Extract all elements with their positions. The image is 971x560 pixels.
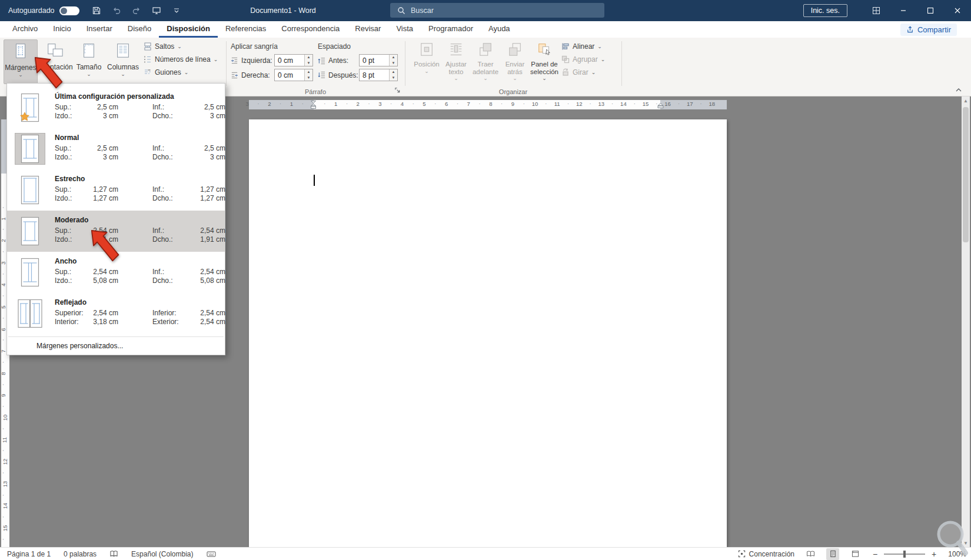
tab-referencias[interactable]: Referencias (218, 21, 274, 38)
qat-customize-icon[interactable] (168, 2, 185, 19)
zoom-slider-thumb[interactable] (903, 551, 906, 558)
numeros-de-linea-button[interactable]: Números de línea⌄ (141, 53, 220, 65)
view-web-icon[interactable] (849, 548, 862, 560)
tab-vista[interactable]: Vista (388, 21, 421, 38)
spin-up-button[interactable]: ▲ (390, 55, 397, 61)
view-read-icon[interactable] (804, 548, 817, 560)
guiones-button[interactable]: Guiones⌄ (141, 66, 191, 78)
spin-up-button[interactable]: ▲ (305, 55, 312, 61)
tab-inicio[interactable]: Inicio (45, 21, 78, 38)
tab-ayuda[interactable]: Ayuda (481, 21, 518, 38)
button-label: Números de línea (155, 55, 211, 64)
ruler-number: 12 (576, 101, 583, 107)
save-icon[interactable] (88, 2, 105, 19)
spin-up-button[interactable]: ▲ (305, 69, 312, 75)
tamano-button[interactable]: Tamaño⌄ (72, 39, 106, 84)
collapse-ribbon-icon[interactable] (953, 86, 964, 94)
tab-insertar[interactable]: Insertar (79, 21, 120, 38)
izquierda-field: Izquierda:0 cm▲▼ (231, 54, 316, 67)
minimize-button[interactable] (890, 0, 917, 21)
language-indicator[interactable]: Español (Colombia) (131, 550, 193, 558)
margins-preset-normal[interactable]: NormalSup.:2,5 cmInf.:2,5 cmIzdo.:3 cmDc… (7, 128, 225, 169)
share-button[interactable]: Compartir (900, 24, 957, 36)
button-label: Girar (573, 68, 588, 76)
spinner: ▲▼ (389, 69, 397, 81)
signin-button[interactable]: Inic. ses. (803, 4, 847, 17)
tab-archivo[interactable]: Archivo (5, 21, 45, 38)
view-print-icon[interactable] (826, 548, 839, 560)
spin-up-button[interactable]: ▲ (390, 69, 397, 75)
ruler-tick: · (368, 101, 370, 106)
margin-value: 2,5 cm (88, 103, 118, 112)
red-arrow-moderado-pointer (88, 227, 122, 265)
margin-label: Dcho.: (152, 194, 190, 203)
field-label: Derecha: (241, 71, 270, 79)
close-button[interactable] (944, 0, 971, 21)
tab-programador[interactable]: Programador (421, 21, 481, 38)
tab-disposicion[interactable]: Disposición (159, 21, 218, 38)
margins-preset-name: Reflejado (55, 298, 225, 306)
maximize-button[interactable] (917, 0, 944, 21)
saltos-button[interactable]: Saltos⌄ (141, 40, 184, 52)
margins-menu-items: Última configuración personalizadaSup.:2… (7, 87, 225, 334)
margins-preset-ultima-configuracion-personalizada[interactable]: Última configuración personalizadaSup.:2… (7, 87, 225, 128)
traer-adelante-button: Traer adelante⌄ (472, 39, 499, 84)
spin-down-button[interactable]: ▼ (305, 75, 312, 81)
scroll-up-icon[interactable]: ▲ (962, 96, 970, 105)
vertical-scrollbar[interactable]: ▲ ▼ (962, 96, 970, 547)
button-label: Agrupar (573, 55, 598, 64)
chevron-down-icon: ⌄ (424, 68, 429, 74)
keyboard-icon[interactable] (207, 551, 216, 558)
ruler-tick: · (346, 101, 348, 106)
ruler-tick: · (280, 101, 281, 106)
scrollbar-thumb[interactable] (963, 107, 969, 242)
tab-revisar[interactable]: Revisar (347, 21, 388, 38)
left-indent-marker[interactable] (310, 101, 317, 109)
zoom-slider[interactable] (884, 554, 925, 555)
chevron-down-icon: ⌄ (513, 75, 517, 81)
search-box[interactable]: Buscar (390, 3, 604, 18)
alinear-button[interactable]: Alinear⌄ (559, 40, 604, 52)
derecha-input[interactable]: 0 cm▲▼ (274, 69, 313, 81)
spin-down-button[interactable]: ▼ (305, 61, 312, 66)
margins-preset-icon (15, 216, 45, 246)
word-count[interactable]: 0 palabras (64, 550, 97, 558)
page-indicator[interactable]: Página 1 de 1 (7, 550, 51, 558)
antes-icon (318, 56, 325, 65)
izquierda-input[interactable]: 0 cm▲▼ (274, 54, 313, 66)
dialog-launcher-icon[interactable] (393, 86, 401, 94)
margin-label: Inf.: (152, 226, 190, 235)
despues-input[interactable]: 8 pt▲▼ (359, 69, 398, 81)
group-organizar: Posición⌄Ajustar texto⌄Traer adelante⌄En… (405, 38, 621, 96)
ruler-tick: · (0, 538, 6, 540)
focus-mode-button[interactable]: Concentración (738, 550, 794, 558)
margins-preset-name: Última configuración personalizada (55, 92, 225, 101)
button-label: Enviar atrás (501, 61, 528, 75)
apps-icon[interactable] (863, 0, 890, 21)
proofing-icon[interactable] (109, 550, 118, 558)
search-placeholder: Buscar (411, 6, 434, 15)
zoom-out-icon[interactable]: − (871, 549, 879, 559)
margins-preset-reflejado[interactable]: ReflejadoSuperior:2,54 cmInferior:2,54 c… (7, 293, 225, 334)
red-arrow-margins-pointer (32, 54, 66, 92)
antes-input[interactable]: 0 pt▲▼ (359, 54, 398, 66)
chevron-down-icon: ⌄ (542, 75, 547, 81)
spin-down-button[interactable]: ▼ (390, 61, 397, 66)
tab-correspondencia[interactable]: Correspondencia (274, 21, 347, 38)
screen-icon[interactable] (148, 2, 165, 19)
guiones-icon (144, 68, 152, 76)
redo-icon[interactable] (128, 2, 145, 19)
columnas-button[interactable]: Columnas⌄ (106, 39, 140, 84)
right-indent-marker[interactable] (657, 103, 664, 109)
despues-field: Después:8 pt▲▼ (318, 69, 403, 82)
tab-diseno[interactable]: Diseño (120, 21, 159, 38)
custom-margins-item[interactable]: Márgenes personalizados... (7, 337, 225, 355)
undo-icon[interactable] (108, 2, 125, 19)
autosave-toggle[interactable] (59, 6, 79, 15)
document-page[interactable] (249, 119, 727, 547)
panel-de-seleccion-button[interactable]: Panel de selección⌄ (531, 39, 558, 84)
margins-preset-estrecho[interactable]: EstrechoSup.:1,27 cmInf.:1,27 cmIzdo.:1,… (7, 169, 225, 211)
margin-value: 1,27 cm (88, 185, 118, 194)
spin-down-button[interactable]: ▼ (390, 75, 397, 81)
ruler-number: 11 (554, 101, 560, 107)
